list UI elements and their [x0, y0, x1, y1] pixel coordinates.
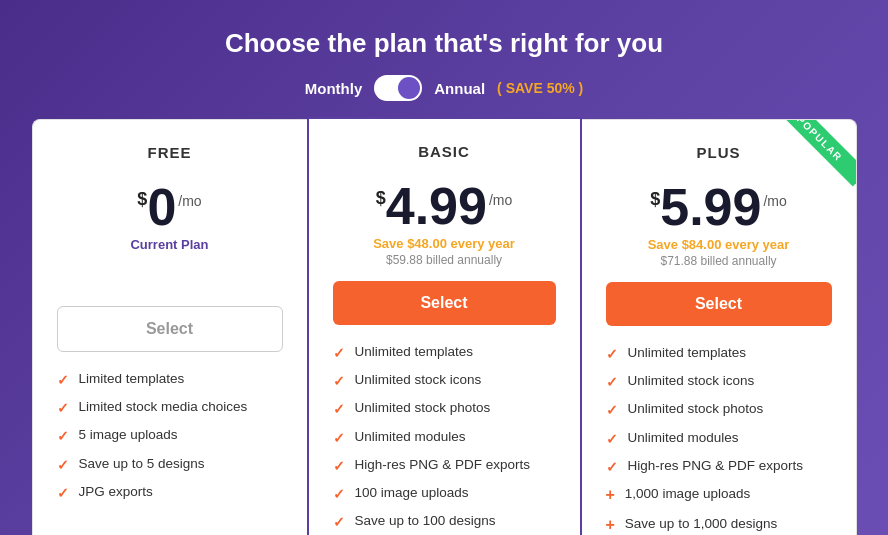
- check-icon: ✓: [333, 485, 345, 503]
- plan-free-select-button[interactable]: Select: [57, 306, 283, 352]
- annual-label: Annual: [434, 80, 485, 97]
- plan-plus-save-text: Save $84.00 every year: [606, 237, 832, 252]
- feature-text: Unlimited stock photos: [355, 399, 491, 417]
- check-icon: ✓: [333, 372, 345, 390]
- check-icon: ✓: [606, 373, 618, 391]
- list-item: ✓Limited templates: [57, 370, 283, 389]
- plan-free-features: ✓Limited templates ✓Limited stock media …: [57, 370, 283, 502]
- feature-text: Unlimited modules: [628, 429, 739, 447]
- plan-basic: BASIC $ 4.99 /mo Save $48.00 every year …: [307, 117, 582, 535]
- plan-free-period: /mo: [178, 193, 201, 209]
- check-icon: ✓: [57, 399, 69, 417]
- plan-basic-name: BASIC: [333, 143, 556, 160]
- feature-text: Unlimited stock icons: [355, 371, 482, 389]
- feature-text: 100 image uploads: [355, 484, 469, 502]
- check-icon: ✓: [333, 513, 345, 531]
- plan-basic-select-button[interactable]: Select: [333, 281, 556, 325]
- page-container: Choose the plan that's right for you Mon…: [0, 0, 888, 535]
- list-item: ✓Save up to 100 designs: [333, 512, 556, 531]
- list-item: ✓Unlimited templates: [606, 344, 832, 363]
- plan-plus-features: ✓Unlimited templates ✓Unlimited stock ic…: [606, 344, 832, 535]
- feature-text: Unlimited templates: [355, 343, 474, 361]
- plan-free-price: 0: [147, 181, 176, 233]
- feature-text: Save up to 1,000 designs: [625, 515, 777, 533]
- plans-container: FREE $ 0 /mo Current Plan Select ✓Limite…: [0, 119, 888, 535]
- plan-free-price-row: $ 0 /mo: [57, 181, 283, 233]
- check-icon: ✓: [57, 456, 69, 474]
- list-item: +1,000 image uploads: [606, 485, 832, 506]
- check-icon: ✓: [57, 427, 69, 445]
- feature-text: 1,000 image uploads: [625, 485, 750, 503]
- plus-icon: +: [606, 485, 615, 506]
- feature-text: Unlimited templates: [628, 344, 747, 362]
- plan-basic-price: 4.99: [386, 180, 487, 232]
- list-item: ✓5 image uploads: [57, 426, 283, 445]
- feature-text: 5 image uploads: [79, 426, 178, 444]
- list-item: ✓High-res PNG & PDF exports: [606, 457, 832, 476]
- feature-text: Save up to 100 designs: [355, 512, 496, 530]
- check-icon: ✓: [333, 344, 345, 362]
- toggle-knob: [398, 77, 420, 99]
- feature-text: Limited stock media choices: [79, 398, 248, 416]
- header: Choose the plan that's right for you Mon…: [0, 0, 888, 119]
- plan-plus-billed-text: $71.88 billed annually: [606, 254, 832, 268]
- plan-basic-save-text: Save $48.00 every year: [333, 236, 556, 251]
- plan-plus-price: 5.99: [660, 181, 761, 233]
- list-item: ✓JPG exports: [57, 483, 283, 502]
- check-icon: ✓: [606, 458, 618, 476]
- popular-badge: POPULAR: [776, 120, 856, 187]
- popular-corner: POPULAR: [776, 120, 856, 200]
- plan-plus: POPULAR PLUS $ 5.99 /mo Save $84.00 ever…: [582, 119, 857, 535]
- billing-toggle[interactable]: [374, 75, 422, 101]
- plan-basic-billed-text: $59.88 billed annually: [333, 253, 556, 267]
- check-icon: ✓: [333, 429, 345, 447]
- check-icon: ✓: [606, 430, 618, 448]
- list-item: ✓Save up to 5 designs: [57, 455, 283, 474]
- feature-text: Save up to 5 designs: [79, 455, 205, 473]
- plan-plus-currency: $: [650, 189, 660, 210]
- plan-free: FREE $ 0 /mo Current Plan Select ✓Limite…: [32, 119, 307, 535]
- feature-text: Unlimited modules: [355, 428, 466, 446]
- list-item: ✓100 image uploads: [333, 484, 556, 503]
- list-item: ✓Unlimited templates: [333, 343, 556, 362]
- save-badge: ( SAVE 50% ): [497, 80, 583, 96]
- check-icon: ✓: [57, 371, 69, 389]
- list-item: +Save up to 1,000 designs: [606, 515, 832, 535]
- list-item: ✓Unlimited stock icons: [333, 371, 556, 390]
- plan-plus-select-button[interactable]: Select: [606, 282, 832, 326]
- feature-text: High-res PNG & PDF exports: [628, 457, 804, 475]
- list-item: ✓Unlimited stock photos: [606, 400, 832, 419]
- list-item: ✓Unlimited stock photos: [333, 399, 556, 418]
- plan-basic-features: ✓Unlimited templates ✓Unlimited stock ic…: [333, 343, 556, 531]
- check-icon: ✓: [606, 401, 618, 419]
- list-item: ✓Unlimited modules: [606, 429, 832, 448]
- free-price-spacer: [57, 268, 283, 306]
- plan-free-sublabel: Current Plan: [57, 237, 283, 252]
- check-icon: ✓: [333, 457, 345, 475]
- check-icon: ✓: [57, 484, 69, 502]
- plus-icon: +: [606, 515, 615, 535]
- plan-basic-price-row: $ 4.99 /mo: [333, 180, 556, 232]
- plan-free-currency: $: [137, 189, 147, 210]
- billing-toggle-row: Monthly Annual ( SAVE 50% ): [20, 75, 868, 101]
- plan-free-name: FREE: [57, 144, 283, 161]
- check-icon: ✓: [333, 400, 345, 418]
- feature-text: High-res PNG & PDF exports: [355, 456, 531, 474]
- plan-basic-currency: $: [376, 188, 386, 209]
- feature-text: Unlimited stock photos: [628, 400, 764, 418]
- list-item: ✓High-res PNG & PDF exports: [333, 456, 556, 475]
- list-item: ✓Unlimited modules: [333, 428, 556, 447]
- feature-text: Limited templates: [79, 370, 185, 388]
- list-item: ✓Limited stock media choices: [57, 398, 283, 417]
- feature-text: Unlimited stock icons: [628, 372, 755, 390]
- feature-text: JPG exports: [79, 483, 153, 501]
- check-icon: ✓: [606, 345, 618, 363]
- plan-basic-period: /mo: [489, 192, 512, 208]
- monthly-label: Monthly: [305, 80, 363, 97]
- list-item: ✓Unlimited stock icons: [606, 372, 832, 391]
- page-title: Choose the plan that's right for you: [20, 28, 868, 59]
